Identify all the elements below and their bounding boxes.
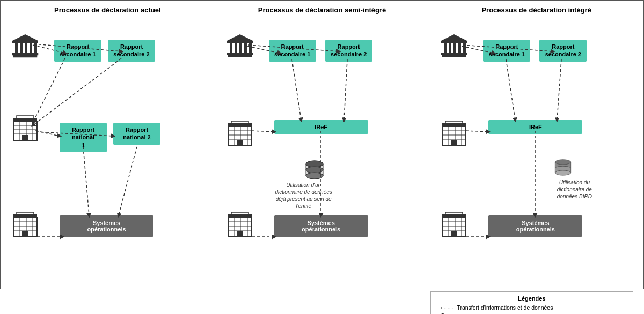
svg-line-35 — [119, 147, 137, 215]
box-rapp-nat2-p1: Rapportnational 2 — [113, 123, 160, 145]
svg-rect-2 — [15, 42, 18, 53]
panel-actuel: Processus de déclaration actuel — [0, 0, 215, 289]
svg-rect-86 — [449, 42, 451, 53]
svg-line-78 — [292, 59, 301, 120]
svg-point-73 — [306, 167, 323, 173]
legend-item-1: →- - - Transfert d'informations et de do… — [437, 304, 626, 311]
svg-rect-26 — [22, 231, 28, 237]
building-ncb-2 — [226, 120, 254, 148]
svg-rect-6 — [34, 42, 37, 53]
building-bce-1 — [11, 32, 39, 59]
building-ncb-3 — [440, 120, 468, 148]
svg-line-120 — [466, 131, 488, 132]
box-rapp-sec1-p1: Rapportsecondaire 1 — [54, 40, 101, 62]
svg-rect-89 — [463, 42, 466, 53]
svg-rect-16 — [22, 135, 28, 140]
legend-title: Légendes — [437, 295, 626, 302]
svg-line-79 — [344, 59, 347, 120]
svg-rect-7 — [12, 41, 38, 43]
panel2-content: Rapportsecondaire 1 Rapportsecondaire 2 … — [221, 18, 424, 275]
svg-rect-90 — [441, 41, 467, 43]
building-comm-3 — [440, 211, 468, 239]
svg-rect-39 — [228, 55, 252, 57]
svg-rect-0 — [13, 55, 37, 57]
legend-label-1: Transfert d'informations et de données — [457, 304, 553, 311]
building-bank1-1 — [11, 115, 39, 143]
svg-rect-46 — [227, 41, 253, 43]
box-iref-p3: IReF — [488, 120, 582, 134]
svg-line-117 — [506, 59, 515, 120]
arrow-legend-icon: →- - - — [437, 304, 454, 311]
svg-rect-1 — [12, 53, 38, 55]
building-bce-2 — [226, 32, 254, 59]
box-sys-op-p2: Systèmesopérationnels — [274, 215, 368, 237]
svg-marker-91 — [440, 34, 468, 41]
box-rapp-nat1-p1: Rapportnational1 — [60, 123, 107, 152]
note-p3: Utilisation dudictionnaire dedonnées BIR… — [539, 179, 609, 200]
svg-rect-44 — [244, 42, 247, 53]
svg-line-34 — [83, 147, 89, 215]
panel1-content: Rapportsecondaire 1 Rapportsecondaire 2 … — [6, 18, 209, 275]
box-iref-p2: IReF — [274, 120, 368, 134]
svg-rect-5 — [30, 42, 32, 53]
svg-rect-43 — [239, 42, 242, 53]
svg-line-118 — [557, 59, 561, 120]
box-rapp-sec2-p1: Rapportsecondaire 2 — [108, 40, 155, 62]
database-icon-p3 — [553, 159, 573, 177]
legend-section: Légendes →- - - Transfert d'informations… — [0, 289, 644, 314]
database-icon-p2 — [304, 160, 325, 181]
svg-rect-41 — [230, 42, 232, 53]
svg-point-113 — [555, 160, 571, 165]
svg-rect-109 — [451, 231, 457, 237]
panel-semi: Processus de déclaration semi-intégré — [215, 0, 430, 289]
panel3-title: Processus de déclaration intégré — [435, 6, 638, 14]
building-comm-2 — [226, 211, 254, 239]
svg-rect-4 — [25, 42, 27, 53]
svg-point-112 — [555, 170, 571, 175]
svg-line-81 — [252, 131, 274, 132]
svg-line-32 — [33, 58, 65, 123]
svg-rect-45 — [249, 42, 252, 53]
box-sys-op-p3: Systèmesopérationnels — [488, 215, 582, 237]
panel1-title: Processus de déclaration actuel — [6, 6, 209, 14]
panel3-content: Rapportsecondaire 1 Rapportsecondaire 2 … — [435, 18, 638, 275]
panel2-title: Processus de déclaration semi-intégré — [221, 6, 424, 14]
legend-box: Légendes →- - - Transfert d'informations… — [430, 291, 633, 314]
note-p2: Utilisation d'undictionnaire de donnéesd… — [264, 182, 344, 210]
svg-rect-55 — [237, 140, 243, 146]
svg-rect-88 — [458, 42, 461, 53]
svg-rect-83 — [442, 55, 466, 57]
svg-point-74 — [306, 173, 323, 179]
svg-marker-47 — [226, 34, 254, 41]
building-bank2-1 — [11, 211, 39, 239]
svg-rect-42 — [235, 42, 237, 53]
svg-rect-65 — [237, 231, 243, 237]
svg-line-33 — [33, 58, 121, 125]
box-rapp-sec2-p2: Rapportsecondaire 2 — [325, 40, 372, 62]
svg-rect-87 — [453, 42, 456, 53]
svg-rect-99 — [451, 140, 457, 146]
svg-point-72 — [306, 161, 323, 167]
building-bce-3 — [440, 32, 468, 59]
svg-rect-84 — [441, 53, 467, 55]
svg-rect-3 — [20, 42, 23, 53]
svg-rect-85 — [444, 42, 447, 53]
box-rapp-sec1-p3: Rapportsecondaire 1 — [483, 40, 530, 62]
box-rapp-sec1-p2: Rapportsecondaire 1 — [269, 40, 316, 62]
panel-integre: Processus de déclaration intégré — [429, 0, 644, 289]
svg-marker-8 — [11, 34, 39, 41]
box-rapp-sec2-p3: Rapportsecondaire 2 — [539, 40, 587, 62]
box-sys-op-p1: Systèmesopérationnels — [60, 215, 153, 237]
svg-rect-40 — [227, 53, 253, 55]
